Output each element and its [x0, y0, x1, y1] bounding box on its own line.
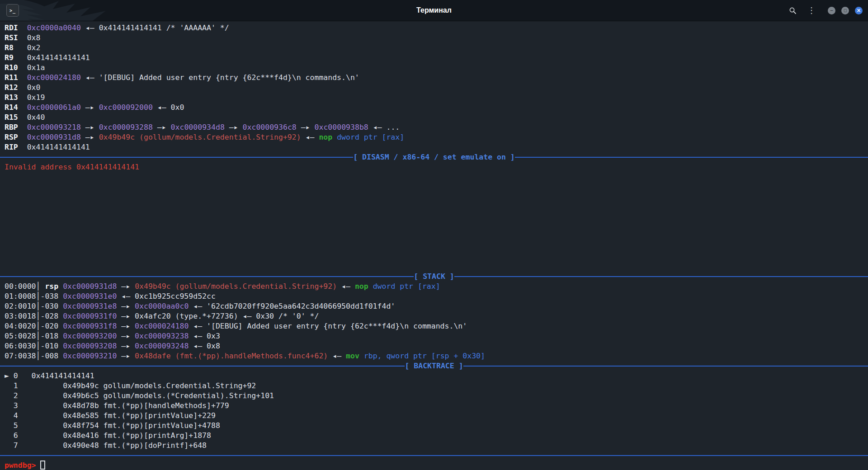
- text-segment: ◂— 0x8: [189, 342, 220, 350]
- menu-button[interactable]: ⋮: [806, 4, 817, 17]
- close-button[interactable]: ×: [855, 7, 863, 14]
- text-segment: —▸: [117, 352, 135, 360]
- text-segment: ◂—: [301, 133, 319, 141]
- register-line: R15 0x40: [5, 113, 868, 122]
- text-segment: 6 0x48e416 fmt.(*pp)[printArg]+1878: [5, 431, 211, 440]
- text-segment: RIP: [5, 143, 27, 151]
- register-line: RSI 0x8: [5, 33, 868, 43]
- search-button[interactable]: [787, 4, 798, 17]
- text-segment: rbp, qword ptr [rsp + 0x30]: [359, 352, 485, 360]
- text-segment: 1 0x49b49c gollum/models.Credential.Stri…: [5, 381, 256, 390]
- text-segment: R8: [5, 43, 27, 52]
- maximize-button[interactable]: ◻: [841, 7, 849, 14]
- register-line: RIP 0x414141414141: [5, 142, 868, 152]
- stack-line: 03:0018│-028 0xc0000931f0 —▸ 0x4afc20 (t…: [5, 311, 868, 321]
- text-segment: RDI: [5, 24, 27, 32]
- text-segment: 0x414141414141: [27, 143, 90, 151]
- backtrace-divider: [ BACKTRACE ]: [0, 361, 868, 371]
- text-segment: 0xc000093200: [63, 332, 117, 340]
- register-line: R8 0x2: [5, 43, 868, 53]
- register-line: R13 0x19: [5, 93, 868, 103]
- text-segment: 0xc000092000: [99, 103, 153, 112]
- minimize-button[interactable]: −: [828, 7, 835, 14]
- stack-line: 07:0038│-008 0xc000093210 —▸ 0x48dafe (f…: [5, 351, 868, 361]
- backtrace-line: 2 0x49b6c5 gollum/models.(*Credential).S…: [5, 391, 868, 401]
- text-segment: 0xc000093208: [63, 342, 117, 350]
- text-segment: 0x19: [27, 93, 45, 102]
- backtrace-line: 6 0x48e416 fmt.(*pp)[printArg]+1878: [5, 431, 868, 441]
- blank-line: [5, 192, 868, 202]
- text-segment: R14: [5, 103, 27, 112]
- text-segment: 0x40: [27, 113, 45, 122]
- terminal-app-icon[interactable]: >_: [6, 4, 19, 17]
- register-line: R9 0x414141414141: [5, 53, 868, 63]
- text-segment: ◂— '62cdb7020ff920e5aa642c3d4066950dd1f0…: [189, 302, 395, 310]
- text-segment: 0xc0000931d8: [63, 282, 117, 291]
- text-segment: 5 0x48f754 fmt.(*pp)[printValue]+4788: [5, 421, 220, 430]
- register-line: RDI 0xc0000a0040 ◂— 0x414141414141 /* 'A…: [5, 23, 868, 33]
- minimize-icon: −: [830, 9, 834, 13]
- text-segment: 0x0: [27, 83, 41, 92]
- text-segment: ◂— '[DEBUG] Added user entry {ntry {62c*…: [81, 73, 359, 82]
- blank-line: [5, 182, 868, 192]
- text-segment: 0xc0000938b8: [315, 123, 368, 132]
- window-title: Терминал: [416, 6, 452, 14]
- text-segment: 06:0030│-010: [5, 342, 63, 350]
- text-segment: ◂— 0x0: [153, 103, 184, 112]
- titlebar-actions: ⋮ − ◻ ×: [787, 0, 863, 21]
- text-segment: Invalid address 0x414141414141: [5, 163, 139, 171]
- disasm-error-line: Invalid address 0x414141414141: [5, 162, 868, 172]
- terminal-icon: >_: [9, 8, 16, 13]
- stack-line: 04:0020│-020 0xc0000931f8 —▸ 0xc00002418…: [5, 321, 868, 331]
- text-segment: 0x414141414141: [27, 53, 90, 62]
- prompt-line: pwndbg>: [5, 461, 868, 470]
- text-segment: —▸: [117, 302, 135, 310]
- stack-line: 02:0010│-030 0xc0000931e8 —▸ 0xc0000aa0c…: [5, 301, 868, 311]
- text-segment: 02:0010│-030: [5, 302, 63, 310]
- text-segment: 04:0020│-020: [5, 322, 63, 330]
- close-icon: ×: [856, 8, 861, 13]
- text-segment: 0xc0000931d8: [27, 133, 81, 141]
- text-segment: ◂— 0x3: [189, 332, 220, 340]
- text-segment: —▸: [117, 282, 135, 291]
- text-segment: —▸: [225, 123, 243, 132]
- text-segment: 0x2: [27, 43, 41, 52]
- text-segment: 0xc0000931e0: [63, 292, 117, 301]
- blank-line: [5, 232, 868, 242]
- blank-line: [5, 242, 868, 252]
- prompt-label: pwndbg>: [5, 461, 40, 470]
- text-segment: 0xc000093288: [99, 123, 153, 132]
- text-segment: 0x8: [27, 33, 41, 42]
- text-segment: 0xc000093210: [63, 352, 117, 360]
- terminal-body[interactable]: RDI 0xc0000a0040 ◂— 0x414141414141 /* 'A…: [0, 21, 868, 470]
- section-divider-label: [ STACK ]: [414, 272, 454, 282]
- stack-line: 00:0000│ rsp 0xc0000931d8 —▸ 0x49b49c (g…: [5, 282, 868, 291]
- stack-line: 06:0030│-010 0xc000093208 —▸ 0xc00009324…: [5, 341, 868, 351]
- text-segment: 0x49b49c (gollum/models.Credential.Strin…: [135, 282, 337, 291]
- text-segment: —▸: [117, 322, 135, 330]
- backtrace-line: 4 0x48e585 fmt.(*pp)[printValue]+229: [5, 411, 868, 421]
- window-controls: − ◻ ×: [828, 7, 863, 14]
- stack-line: 05:0028│-018 0xc000093200 —▸ 0xc00009323…: [5, 331, 868, 341]
- text-segment: 0xc0000931e8: [63, 302, 117, 310]
- text-segment: 2 0x49b6c5 gollum/models.(*Credential).S…: [5, 391, 274, 400]
- section-divider-label: [ BACKTRACE ]: [405, 361, 463, 371]
- text-segment: ◂— 0x414141414141 /* 'AAAAAA' */: [81, 24, 229, 32]
- text-segment: —▸: [153, 123, 171, 132]
- backtrace-line: 5 0x48f754 fmt.(*pp)[printValue]+4788: [5, 421, 868, 431]
- text-segment: 0xc0000931f8: [63, 322, 117, 330]
- blank-line: [5, 172, 868, 182]
- text-segment: 0xc000024180: [135, 322, 189, 330]
- register-line: R12 0x0: [5, 83, 868, 93]
- text-segment: ◂—: [328, 352, 346, 360]
- text-segment: 0xc0000061a0: [27, 103, 81, 112]
- text-segment: —▸: [297, 123, 315, 132]
- text-segment: dword ptr [rax]: [332, 133, 404, 141]
- register-line: R11 0xc000024180 ◂— '[DEBUG] Added user …: [5, 73, 868, 83]
- text-segment: —▸: [117, 332, 135, 340]
- text-segment: 0xc000093238: [135, 332, 189, 340]
- terminal-cursor[interactable]: [40, 461, 45, 470]
- text-segment: RSI: [5, 33, 27, 42]
- blank-line: [5, 262, 868, 272]
- section-divider-label: [ DISASM / x86-64 / set emulate on ]: [353, 152, 515, 162]
